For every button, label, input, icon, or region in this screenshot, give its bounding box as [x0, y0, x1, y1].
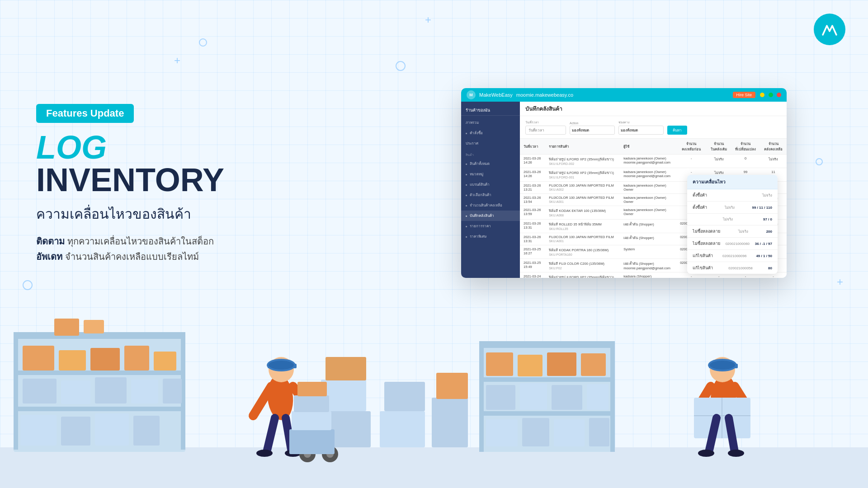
row-product: ฟิล์มสี FUJI COLOR C200 (135/36M)SKU:F02 [545, 259, 620, 272]
popup-row-1: ตั้งซื้อค้า ไม่จริง [687, 189, 778, 202]
svg-rect-43 [587, 384, 609, 410]
row-product: ฟิล์มถ่ายรูป ILFORD XP2 (35mm)(ฟิล์มขาว)… [545, 272, 620, 278]
row-product: FUJICOLOR 100 JAPAN IMPORTED FILMSKU:A00… [545, 182, 620, 194]
sidebar-item-news[interactable]: ประกาศ [461, 138, 520, 149]
sidebar-item-orders[interactable]: คำสั่งซื้อ [461, 128, 520, 138]
svg-rect-9 [90, 348, 120, 371]
deco-circle-1 [199, 38, 207, 47]
sidebar-item-categories[interactable]: หมวดหมู่ [461, 169, 520, 179]
row-user: เผย ค้ำตัน (Shopper) [620, 233, 676, 245]
filter-action-select[interactable]: มองทั้งหมด [570, 126, 615, 135]
svg-rect-17 [20, 415, 57, 446]
svg-point-52 [269, 361, 294, 370]
row-date: 2021-03-2614:26 [520, 168, 545, 182]
svg-rect-34 [479, 341, 484, 452]
sidebar-item-pricelist[interactable]: รายการราคา [461, 221, 520, 231]
filter-date-label: วันที่/เวลา [525, 120, 566, 125]
row-user: kadsara jameekoon (Owner)Owner [620, 206, 676, 220]
left-section: Features Update LOG INVENTORY ความเคลื่อ… [36, 104, 253, 264]
popup-row-5: ไม่ซื้อหลอดลาย 020021000060 36 / -1 / 97 [687, 238, 778, 250]
row-date: 2021-03-2516:27 [520, 245, 545, 259]
description: ติดตาม ทุกความเคลื่อนไหวของสินค้าในสต็อก… [36, 234, 253, 264]
sidebar-brand: ร้านค้าของฉัน [461, 105, 520, 116]
log-text: LOG [36, 129, 107, 165]
popup-label-5: ไม่ซื้อหลอดลาย [693, 240, 720, 247]
svg-rect-45 [522, 418, 549, 446]
svg-rect-46 [554, 419, 585, 446]
col-product: รายการสินค้า [545, 139, 620, 155]
desc-text-1: ทุกความเคลื่อนไหวของสินค้าในสต็อก [65, 236, 214, 246]
popup-value-2: ไม่จริง [725, 205, 735, 211]
row-user: kadsara jameekoon (Owner)Owner [620, 194, 676, 206]
svg-point-73 [710, 361, 735, 370]
hire-site-btn[interactable]: Hire Site [733, 92, 756, 98]
svg-rect-66 [292, 411, 331, 430]
sidebar-item-options[interactable]: ตัวเลือกสินค้า [461, 190, 520, 200]
row-user: เผย ค้ำตัน (Shopper) [620, 220, 676, 233]
sidebar-item-stock[interactable]: จำนวนสินค้าคงเหลือ [461, 200, 520, 211]
svg-rect-25 [326, 357, 366, 380]
popup-num-5: 36 / -1 / 97 [755, 242, 772, 246]
filter-search-btn[interactable]: ค้นหา [667, 126, 687, 135]
popup-label-1: ตั้งซื้อค้า [693, 192, 707, 198]
svg-rect-35 [610, 341, 615, 452]
svg-rect-16 [163, 379, 182, 404]
svg-rect-19 [95, 413, 129, 446]
svg-rect-13 [61, 380, 90, 404]
popup-label-4: ไม่ซื้อหลอดลาย [693, 228, 720, 235]
mockup-body: ร้านค้าของฉัน ภาพรวม คำสั่งซื้อ ประกาศ ส… [461, 102, 787, 278]
deco-circle-4 [816, 158, 823, 165]
popup-num-4: 200 [766, 230, 772, 234]
svg-rect-15 [131, 380, 158, 404]
deco-circle-2 [396, 61, 406, 71]
maximize-btn[interactable] [769, 93, 773, 97]
svg-rect-29 [436, 373, 468, 399]
popup-value-5: 020021000060 [726, 242, 750, 246]
row-val3: 0 [731, 155, 760, 168]
row-product: ฟิล์มถ่ายรูป ILFORD XP2 (35mm)(ฟิล์มขาว)… [545, 168, 620, 182]
close-btn[interactable] [777, 93, 781, 97]
window-controls [758, 91, 781, 99]
popup-value-3: ไม่จริง [723, 216, 733, 222]
mockup-header-right: Hire Site [733, 91, 781, 99]
row-date: 2021-03-2613:31 [520, 220, 545, 233]
row-date: 2021-03-2613:21 [520, 182, 545, 194]
svg-rect-33 [479, 411, 615, 416]
mockup-header-left: M MakeWebEasy moomie.makewebeasy.co [467, 90, 573, 99]
svg-rect-68 [297, 382, 327, 396]
row-date: 2021-03-2614:26 [520, 155, 545, 168]
popup-num-3: 97 / 0 [763, 217, 772, 221]
sidebar-item-brands[interactable]: แบรนด์สินค้า [461, 179, 520, 190]
mockup-user: moomie.makewebeasy.co [516, 92, 573, 98]
main-title: LOG INVENTORY [36, 131, 253, 196]
svg-rect-42 [552, 385, 582, 410]
svg-rect-28 [432, 398, 468, 447]
features-badge: Features Update [36, 104, 134, 123]
row-product: ฟิล์มสี KODAK PORTRA 160 (135/36M)SKU:PO… [545, 245, 620, 259]
mockup-main: บันทึกคลังสินค้า วันที่/เวลา Action มองท… [520, 102, 787, 278]
mockup-header: M MakeWebEasy moomie.makewebeasy.co Hire… [461, 88, 787, 102]
row-date: 2021-03-2613:59 [520, 206, 545, 220]
popup-value-6: 020021000096 [722, 254, 746, 258]
minimize-btn[interactable] [760, 93, 764, 97]
col-remain: จำนวนคลังคงเหลือ [760, 139, 787, 155]
sidebar-item-special-price[interactable]: ราคาพิเศษ [461, 231, 520, 242]
sidebar-item-overview[interactable]: ภาพรวม [461, 117, 520, 128]
row-date: 2021-03-2415:46 [520, 272, 545, 278]
row-user: kadsara (Shopper)moomie.pangpond@gmail.c… [620, 272, 676, 278]
popup-row-4: ไม่ซื้อหลอดลาย ไม่จริง 200 [687, 225, 778, 238]
row-date: 2021-03-2613:54 [520, 194, 545, 206]
svg-rect-26 [380, 411, 425, 447]
svg-rect-11 [154, 352, 176, 371]
svg-line-55 [267, 418, 275, 452]
filter-date-input[interactable] [525, 126, 566, 135]
svg-rect-47 [589, 418, 609, 446]
svg-rect-7 [23, 346, 54, 371]
sidebar-item-log[interactable]: บันทึกคลังสินค้า [461, 211, 520, 221]
row-user: kadsara jameekoon (Owner)Owner [620, 182, 676, 194]
sidebar-item-all-products[interactable]: สินค้าทั้งหมด [461, 159, 520, 169]
row-product: ฟิล์มถ่ายรูป ILFORD XP2 (35mm)(ฟิล์มขาว)… [545, 155, 620, 168]
svg-point-81 [698, 450, 714, 457]
filter-channel-select[interactable]: มองทั้งหมด [618, 126, 664, 135]
svg-rect-67 [294, 395, 329, 412]
